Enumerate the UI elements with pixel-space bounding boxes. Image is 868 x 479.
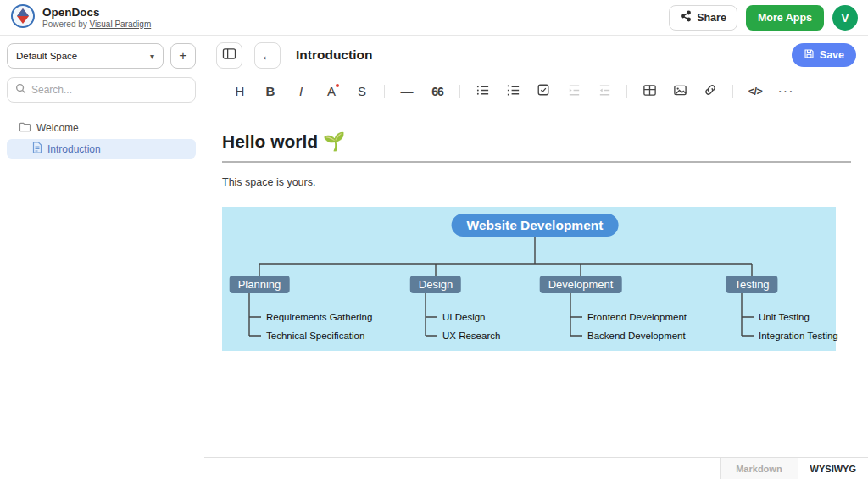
task-list-button[interactable]	[528, 79, 559, 104]
format-toolbar: H B I A S — 66	[204, 74, 868, 109]
task-list-icon	[537, 83, 550, 99]
mindmap-diagram[interactable]: Website Development Planning Design Deve…	[222, 207, 836, 351]
outdent-button[interactable]	[589, 79, 620, 104]
diagram-leaf: Unit Testing	[759, 311, 810, 323]
diagram-leaf: UI Design	[442, 311, 486, 323]
color-dot-icon	[336, 84, 339, 87]
tab-markdown[interactable]: Markdown	[720, 458, 798, 479]
toolbar-divider	[732, 85, 733, 98]
diagram-leaf: Technical Specification	[266, 330, 364, 342]
diagram-leaf: UX Research	[442, 330, 500, 342]
text-color-label: A	[327, 84, 336, 98]
bold-button[interactable]: B	[255, 79, 286, 104]
doc-content[interactable]: Hello world 🌱 This space is yours. Websi…	[204, 109, 868, 351]
panel-toggle-icon	[222, 47, 236, 63]
opendocs-logo-icon	[10, 3, 36, 32]
search-box	[7, 77, 196, 103]
ordered-list-button[interactable]	[498, 79, 528, 104]
tab-wysiwyg[interactable]: WYSIWYG	[798, 458, 868, 479]
tree-page-introduction[interactable]: Introduction	[7, 139, 196, 159]
image-icon	[673, 83, 687, 100]
indent-icon	[567, 83, 581, 100]
table-button[interactable]	[634, 79, 665, 104]
text-color-button[interactable]: A	[316, 79, 347, 104]
bullet-list-icon	[476, 83, 490, 100]
diagram-branch-node: Testing	[726, 276, 777, 293]
diagram-branch-node: Planning	[230, 276, 290, 293]
toolbar-divider	[384, 85, 385, 98]
diagram-leaf: Backend Development	[587, 330, 686, 342]
code-button[interactable]: </>	[740, 79, 771, 104]
blockquote-button[interactable]: 66	[422, 79, 453, 104]
back-button[interactable]: ←	[254, 42, 281, 69]
save-icon	[804, 48, 815, 62]
diagram-leaf: Frontend Development	[587, 311, 687, 323]
toggle-sidebar-button[interactable]	[216, 42, 242, 69]
indent-button[interactable]	[559, 79, 589, 104]
top-header: OpenDocs Powered by Visual Paradigm Sh	[0, 0, 868, 36]
folder-icon	[19, 121, 31, 135]
link-button[interactable]	[695, 79, 726, 104]
sidebar: Default Space ▾ + Welcome	[0, 36, 203, 479]
editor-footer: Markdown WYSIWYG	[204, 457, 868, 479]
image-button[interactable]	[665, 79, 695, 104]
doc-paragraph: This space is yours.	[222, 176, 851, 188]
save-label: Save	[820, 49, 844, 61]
space-row: Default Space ▾ +	[7, 43, 196, 69]
diagram-branch-node: Design	[410, 276, 461, 293]
table-icon	[643, 83, 657, 100]
editor: ← Introduction Save H B I A S —	[204, 36, 868, 479]
brand: OpenDocs Powered by Visual Paradigm	[10, 3, 151, 32]
diagram-leaf: Requirements Gathering	[266, 311, 372, 323]
document-icon	[32, 142, 42, 156]
bullet-list-button[interactable]	[467, 79, 498, 104]
share-label: Share	[697, 12, 726, 24]
search-icon	[15, 82, 26, 97]
space-selector[interactable]: Default Space ▾	[7, 43, 164, 69]
search-input[interactable]	[31, 84, 187, 96]
share-button[interactable]: Share	[669, 5, 737, 31]
page-tree: Welcome Introduction	[7, 118, 196, 159]
avatar[interactable]: V	[832, 5, 858, 31]
strikethrough-button[interactable]: S	[347, 79, 377, 104]
header-actions: Share More Apps V	[669, 5, 858, 31]
add-page-button[interactable]: +	[170, 43, 196, 69]
save-button[interactable]: Save	[792, 43, 856, 67]
brand-text: OpenDocs Powered by Visual Paradigm	[42, 6, 151, 29]
powered-by: Powered by Visual Paradigm	[42, 19, 151, 29]
space-selector-value: Default Space	[16, 51, 77, 61]
link-icon	[704, 83, 717, 99]
visual-paradigm-link[interactable]: Visual Paradigm	[90, 19, 152, 29]
tree-folder-welcome[interactable]: Welcome	[7, 118, 196, 137]
chevron-down-icon: ▾	[150, 52, 154, 61]
tree-page-label: Introduction	[47, 143, 101, 155]
outdent-icon	[598, 83, 612, 100]
powered-by-prefix: Powered by	[42, 19, 87, 29]
ordered-list-icon	[506, 83, 520, 100]
app-title: OpenDocs	[42, 6, 151, 19]
app-root: OpenDocs Powered by Visual Paradigm Sh	[0, 0, 868, 479]
tree-folder-label: Welcome	[36, 122, 79, 134]
diagram-leaf: Integration Testing	[759, 330, 838, 342]
diagram-root-node: Website Development	[452, 214, 619, 237]
more-apps-button[interactable]: More Apps	[746, 5, 824, 31]
doc-toolbar: ← Introduction Save	[204, 36, 868, 74]
share-icon	[680, 10, 692, 25]
page-title: Introduction	[296, 47, 372, 63]
more-options-button[interactable]: ···	[771, 79, 801, 104]
doc-heading: Hello world 🌱	[222, 131, 851, 163]
toolbar-divider	[459, 85, 460, 98]
italic-button[interactable]: I	[286, 79, 316, 104]
horizontal-rule-button[interactable]: —	[392, 79, 422, 104]
toolbar-divider	[626, 85, 627, 98]
heading-button[interactable]: H	[225, 79, 255, 104]
diagram-branch-node: Development	[540, 276, 622, 293]
